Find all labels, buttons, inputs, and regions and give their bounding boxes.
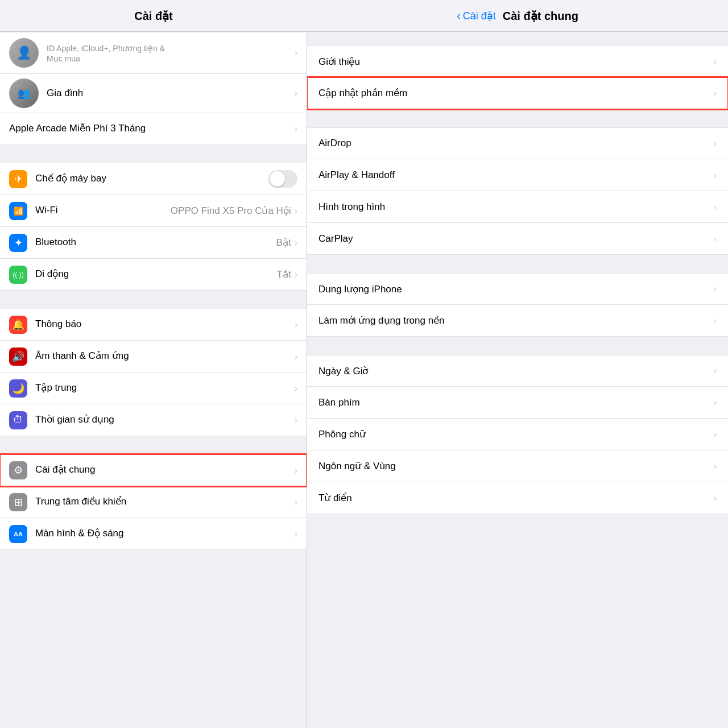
controlcenter-icon: ⊞: [9, 493, 27, 511]
screentime-title: Thời gian sử dụng: [35, 413, 295, 426]
fonts-chevron-icon: ›: [714, 429, 717, 440]
software-update-row[interactable]: Cập nhật phần mềm ›: [307, 77, 728, 109]
focus-row[interactable]: 🌙 Tập trung ›: [0, 373, 307, 404]
screentime-icon: ⏱: [9, 411, 27, 429]
general-content: Cài đặt chung: [35, 464, 295, 476]
left-panel: 👤 ID Apple, iCloud+, Phương tiện &Mục mu…: [0, 32, 307, 728]
family-avatar: 👥: [9, 78, 39, 108]
family-row[interactable]: 👥 Gia đình ›: [0, 74, 307, 113]
wifi-right: OPPO Find X5 Pro Của Hội ›: [171, 205, 297, 217]
focus-icon: 🌙: [9, 379, 27, 398]
back-label: Cài đặt: [463, 10, 496, 22]
mobile-title: Di động: [35, 268, 277, 280]
back-button[interactable]: ‹ Cài đặt: [457, 9, 496, 22]
airplane-content: Chế độ máy bay: [35, 172, 268, 185]
airplane-row[interactable]: ✈ Chế độ máy bay: [0, 163, 307, 195]
dictionary-title: Từ điển: [318, 492, 714, 504]
airdrop-chevron-icon: ›: [714, 138, 717, 148]
language-title: Ngôn ngữ & Vùng: [318, 460, 714, 472]
left-nav: Cài đặt: [0, 9, 307, 23]
display-content: Màn hình & Độ sáng: [35, 527, 295, 540]
wifi-row[interactable]: 📶 Wi-Fi OPPO Find X5 Pro Của Hội ›: [0, 195, 307, 227]
screentime-row[interactable]: ⏱ Thời gian sử dụng ›: [0, 404, 307, 436]
notifications-right: ›: [295, 320, 297, 330]
general-right: ›: [295, 465, 297, 475]
focus-content: Tập trung: [35, 382, 295, 394]
arcade-row[interactable]: Apple Arcade Miễn Phí 3 Tháng ›: [0, 113, 307, 145]
display-row[interactable]: AA Màn hình & Độ sáng ›: [0, 518, 307, 550]
wifi-icon: 📶: [9, 202, 27, 220]
right-gap-1: [307, 109, 728, 127]
language-row[interactable]: Ngôn ngữ & Vùng ›: [307, 450, 728, 482]
display-chevron-icon: ›: [295, 529, 297, 539]
focus-right: ›: [295, 383, 297, 394]
wifi-value: OPPO Find X5 Pro Của Hội: [171, 205, 291, 217]
bluetooth-content: Bluetooth: [35, 236, 276, 249]
right-gap-2: [307, 255, 728, 273]
carplay-row[interactable]: CarPlay ›: [307, 223, 728, 255]
keyboard-chevron-icon: ›: [714, 398, 717, 408]
storage-row[interactable]: Dung lượng iPhone ›: [307, 273, 728, 305]
notifications-title: Thông báo: [35, 318, 295, 330]
right-panel: Giới thiệu › Cập nhật phần mềm › AirDrop…: [307, 32, 728, 728]
arcade-title: Apple Arcade Miễn Phí 3 Tháng: [9, 122, 295, 135]
profile-row[interactable]: 👤 ID Apple, iCloud+, Phương tiện &Mục mu…: [0, 32, 307, 74]
keyboard-row[interactable]: Bàn phím ›: [307, 387, 728, 419]
family-chevron-icon: ›: [295, 88, 297, 98]
dictionary-chevron-icon: ›: [714, 493, 717, 503]
controlcenter-right: ›: [295, 497, 297, 507]
fonts-row[interactable]: Phông chữ ›: [307, 419, 728, 450]
controlcenter-content: Trung tâm điều khiển: [35, 495, 295, 508]
wifi-chevron-icon: ›: [295, 206, 297, 216]
screentime-chevron-icon: ›: [295, 415, 297, 425]
airdrop-title: AirDrop: [318, 138, 714, 149]
mobile-row[interactable]: ((·)) Di động Tắt ›: [0, 259, 307, 291]
wifi-content: Wi-Fi: [35, 204, 171, 217]
controlcenter-title: Trung tâm điều khiển: [35, 495, 295, 508]
bluetooth-chevron-icon: ›: [295, 238, 297, 248]
datetime-row[interactable]: Ngày & Giờ ›: [307, 355, 728, 387]
right-nav: ‹ Cài đặt Cài đặt chung: [307, 9, 728, 23]
gap-1: [0, 145, 307, 163]
pip-row[interactable]: Hình trong hình ›: [307, 191, 728, 223]
gap-3: [0, 436, 307, 454]
carplay-title: CarPlay: [318, 233, 714, 245]
family-content: Gia đình: [47, 87, 295, 100]
controlcenter-row[interactable]: ⊞ Trung tâm điều khiển ›: [0, 486, 307, 518]
right-gap-3: [307, 337, 728, 355]
profile-right: ›: [295, 48, 297, 58]
notifications-content: Thông báo: [35, 318, 295, 330]
left-nav-title: Cài đặt: [134, 9, 173, 23]
storage-chevron-icon: ›: [714, 284, 717, 294]
family-title: Gia đình: [47, 87, 295, 100]
focus-chevron-icon: ›: [295, 383, 297, 394]
dictionary-row[interactable]: Từ điển ›: [307, 482, 728, 514]
general-row[interactable]: ⚙ Cài đặt chung ›: [0, 454, 307, 486]
screentime-right: ›: [295, 415, 297, 425]
right-group-1: Giới thiệu › Cập nhật phần mềm ›: [307, 46, 728, 109]
storage-title: Dung lượng iPhone: [318, 283, 714, 295]
bluetooth-row[interactable]: ✦ Bluetooth Bật ›: [0, 227, 307, 259]
sounds-right: ›: [295, 351, 297, 362]
arcade-chevron-icon: ›: [295, 124, 297, 134]
airdrop-row[interactable]: AirDrop ›: [307, 127, 728, 159]
background-row[interactable]: Làm mới ứng dụng trong nền ›: [307, 305, 728, 337]
airplane-icon: ✈: [9, 170, 27, 188]
notifications-chevron-icon: ›: [295, 320, 297, 330]
pip-chevron-icon: ›: [714, 202, 717, 212]
general-icon: ⚙: [9, 461, 27, 479]
bluetooth-right: Bật ›: [276, 237, 297, 249]
airplane-toggle[interactable]: [268, 170, 297, 188]
airplay-row[interactable]: AirPlay & Handoff ›: [307, 159, 728, 191]
bluetooth-title: Bluetooth: [35, 236, 276, 249]
airplay-chevron-icon: ›: [714, 170, 717, 180]
right-group-4: Ngày & Giờ › Bàn phím › Phông chữ › Ngôn…: [307, 355, 728, 514]
arcade-right: ›: [295, 124, 297, 134]
airplane-right: [268, 170, 297, 188]
mobile-chevron-icon: ›: [295, 270, 297, 280]
airplane-title: Chế độ máy bay: [35, 172, 268, 185]
about-row[interactable]: Giới thiệu ›: [307, 46, 728, 77]
about-chevron-icon: ›: [714, 56, 717, 67]
sounds-row[interactable]: 🔊 Âm thanh & Cảm ứng ›: [0, 341, 307, 373]
notifications-row[interactable]: 🔔 Thông báo ›: [0, 309, 307, 341]
